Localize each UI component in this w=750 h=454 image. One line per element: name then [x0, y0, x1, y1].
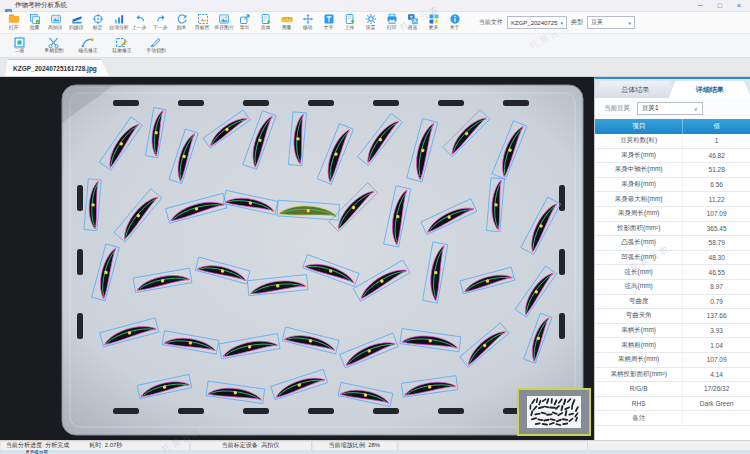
- result-item-value: 137.66: [683, 309, 750, 323]
- scanner-icon: [71, 13, 83, 25]
- status-analysis-cell: 当前分析进度: 分析完成 耗时: 2.07秒: [0, 441, 190, 450]
- toolbar-button-save-image[interactable]: 保存图片: [213, 13, 234, 32]
- toolbar-button-label: 文字: [324, 25, 334, 31]
- toolbar-button-auto-analyze-chart[interactable]: 自动分析: [108, 13, 129, 32]
- tab-detailed-results[interactable]: 详细结果: [669, 81, 750, 98]
- toolbar-button-text-t[interactable]: 文字: [318, 13, 339, 32]
- image-viewer-canvas[interactable]: [0, 77, 594, 440]
- type-select[interactable]: 豆荚 ▾: [587, 16, 635, 29]
- save-image-icon: [218, 13, 230, 25]
- current-pod-select[interactable]: 豆荚1 ∨: [637, 102, 703, 115]
- language-translate-icon: [407, 13, 419, 25]
- result-row: 果柄粗(mm)1.04: [595, 338, 750, 353]
- results-table-body: 豆荚粒数(粒)1果身长(mm)46.82果身中轴长(mm)51.28果身粗(mm…: [595, 134, 750, 426]
- tab-overall-results[interactable]: 总体结果: [594, 81, 677, 98]
- toolbar-button-endpoint-fix-arc[interactable]: 端点修正: [74, 36, 101, 55]
- toolbar-button-more-grid[interactable]: 更多: [423, 13, 444, 32]
- toolbar-button-label: 二值: [15, 48, 25, 54]
- result-item-value: 3.93: [683, 324, 750, 338]
- toolbar-button-append-plus[interactable]: 追加: [255, 13, 276, 32]
- about-info-icon: [449, 13, 461, 25]
- stem-cut-scissors-icon: [47, 36, 60, 48]
- toolbar-button-label: 高拍仪: [48, 25, 63, 31]
- current-pod-row: 当前豆荚 豆荚1 ∨: [595, 98, 750, 119]
- window-title: 作物考种分析系统: [15, 1, 67, 10]
- current-file-select[interactable]: KZGP_20240725161728.jpg ▾: [507, 16, 567, 29]
- result-item-name: 弯曲夹角: [595, 309, 683, 323]
- main-toolbar: 打开批量高拍仪扫描仪标定自动分析上一步下一步副本目标区保存图片导出追加测量移动文…: [0, 12, 750, 34]
- status-empty-cell: [588, 441, 750, 450]
- append-plus-icon: [260, 13, 272, 25]
- results-table-header: 项目 值: [595, 119, 750, 134]
- result-item-name: R/G/B: [595, 382, 683, 396]
- export-arrow-icon: [239, 13, 251, 25]
- close-button[interactable]: ×: [737, 1, 741, 11]
- status-device: 当前标定设备: 高拍仪: [222, 441, 279, 450]
- toolbar-button-print-printer[interactable]: 打印: [381, 13, 402, 32]
- results-panel: 总体结果 详细结果 当前豆荚 豆荚1 ∨ 项目 值 豆荚粒数(粒)1果身长(mm…: [594, 77, 750, 440]
- result-row: R/G/B17/26/32: [595, 382, 750, 397]
- result-row: 果身周长(mm)107.09: [595, 207, 750, 222]
- result-item-value: 58.79: [683, 236, 750, 250]
- maximize-button[interactable]: □: [718, 1, 722, 11]
- toolbar-button-export-arrow[interactable]: 导出: [234, 13, 255, 32]
- toolbar-button-label: 目标区: [195, 25, 210, 31]
- toolbar-button-label: 保存图片: [214, 25, 233, 31]
- move-arrows-icon: [302, 13, 314, 25]
- undo-arrow-icon: [134, 13, 146, 25]
- redo-arrow-icon: [155, 13, 167, 25]
- result-row: 弦长(mm)46.55: [595, 265, 750, 280]
- result-row: 凸弧长(mm)58.79: [595, 236, 750, 251]
- chevron-down-icon: ▾: [560, 20, 563, 26]
- result-row: 果身最大粗(mm)11.22: [595, 192, 750, 207]
- toolbar-button-scanner[interactable]: 扫描仪: [66, 13, 87, 32]
- toolbar-button-language-translate[interactable]: 语言: [402, 13, 423, 32]
- endpoint-fix-arc-icon: [81, 36, 94, 48]
- toolbar-button-batch-images[interactable]: 批量: [24, 13, 45, 32]
- toolbar-button-measure-ruler[interactable]: 测量: [276, 13, 297, 32]
- toolbar-button-label: 关于: [450, 25, 460, 31]
- toolbar-button-label: 上传: [345, 25, 355, 31]
- toolbar-button-about-info[interactable]: 关于: [444, 13, 465, 32]
- result-item-value: 48.30: [683, 251, 750, 265]
- header-value-column: 值: [683, 119, 750, 134]
- document-tab[interactable]: KZGP_20240725161728.jpg: [5, 59, 109, 76]
- minimap[interactable]: [518, 389, 590, 435]
- result-item-name: 弦高(mm): [595, 280, 683, 294]
- toolbar-button-doc-camera[interactable]: 高拍仪: [45, 13, 66, 32]
- toolbar-button-open-folder[interactable]: 打开: [3, 13, 24, 32]
- toolbar-button-target-area[interactable]: 目标区: [192, 13, 213, 32]
- measure-ruler-icon: [281, 13, 293, 25]
- toolbar-dropdowns: 当前文件 KZGP_20240725161728.jpg ▾ 类型 豆荚 ▾: [479, 16, 635, 29]
- result-item-value: 6.56: [683, 178, 750, 192]
- toolbar-button-redo-arrow[interactable]: 下一步: [150, 13, 171, 32]
- toolbar-button-contour-fix-pencil[interactable]: 轮廓修正: [108, 36, 135, 55]
- toolbar-button-stem-cut-scissors[interactable]: 果柄切割: [40, 36, 67, 55]
- batch-images-icon: [29, 13, 41, 25]
- toolbar-button-manual-cut-knife[interactable]: 手动切割: [142, 36, 169, 55]
- settings-gear-icon: [365, 13, 377, 25]
- minimize-button[interactable]: ─: [698, 1, 703, 11]
- toolbar-button-label: 追加: [261, 25, 271, 31]
- toolbar-button-calibration-target[interactable]: 标定: [87, 13, 108, 32]
- toolbar-button-label: 标定: [93, 25, 103, 31]
- result-item-name: 投影面积(mm²): [595, 222, 683, 236]
- toolbar-button-move-arrows[interactable]: 移动: [297, 13, 318, 32]
- toolbar-button-binary-threshold[interactable]: 二值: [6, 36, 33, 55]
- toolbar-button-copy-refresh[interactable]: 副本: [171, 13, 192, 32]
- toolbar-button-undo-arrow[interactable]: 上一步: [129, 13, 150, 32]
- doc-camera-icon: [50, 13, 62, 25]
- upload-doc-icon: [344, 13, 356, 25]
- toolbar-button-label: 扫描仪: [69, 25, 84, 31]
- bottom-edge-strip: 托普云农: [0, 450, 750, 454]
- toolbar-button-upload-doc[interactable]: 上传: [339, 13, 360, 32]
- target-area-icon: [197, 13, 209, 25]
- toolbar-button-label: 果柄切割: [44, 48, 63, 54]
- pod-image: [0, 77, 594, 440]
- toolbar-button-settings-gear[interactable]: 设置: [360, 13, 381, 32]
- calibration-target-icon: [92, 13, 104, 25]
- result-item-value: 1: [683, 134, 750, 148]
- edit-toolbar: 二值果柄切割端点修正轮廓修正手动切割: [0, 34, 750, 58]
- type-value: 豆荚: [591, 18, 626, 27]
- more-grid-icon: [428, 13, 440, 25]
